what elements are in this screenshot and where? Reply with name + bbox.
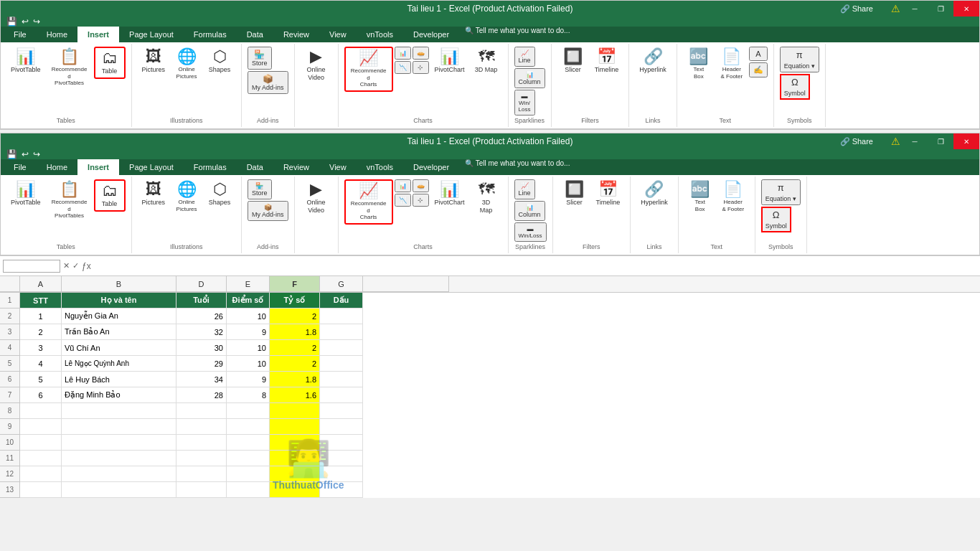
online-video-btn-2[interactable]: ▶ OnlineVideo [301,179,332,217]
cell-f13[interactable] [270,482,320,498]
cell-e3[interactable]: 9 [227,324,270,340]
tab-developer-2[interactable]: Developer [403,159,459,175]
restore-btn-1[interactable]: ❐ [928,1,953,17]
tab-vntools-1[interactable]: vnTools [357,27,403,42]
tab-review-1[interactable]: Review [273,27,319,42]
shapes-btn-1[interactable]: ⬡ Shapes [204,47,235,76]
cell-b9[interactable] [62,419,176,435]
tab-data-2[interactable]: Data [237,159,273,175]
cell-e6[interactable]: 9 [227,372,270,387]
online-pictures-btn-2[interactable]: 🌐 OnlinePictures [171,179,202,215]
cell-b5[interactable]: Lê Ngọc Quỳnh Anh [62,356,176,372]
bar-chart-btn-2[interactable]: 📊 [395,179,411,192]
cell-a6[interactable]: 5 [20,372,62,387]
online-video-btn-1[interactable]: ▶ OnlineVideo [301,47,332,84]
cell-f8[interactable] [270,403,320,419]
header-footer-btn-2[interactable]: 📄 Header& Footer [717,179,749,215]
cell-a13[interactable] [20,482,62,498]
cell-g8[interactable] [320,403,363,419]
recommended-pivottables-btn-1[interactable]: 📋 RecommendedPivotTables [47,47,93,89]
cell-f4[interactable]: 2 [270,340,320,356]
share-button-2[interactable]: 🔗 Share [840,137,873,146]
cell-g6[interactable] [320,372,363,387]
cell-a1[interactable]: STT [20,293,62,309]
cell-b11[interactable] [62,451,176,466]
cell-d11[interactable] [176,451,227,466]
tab-review-2[interactable]: Review [273,159,319,175]
recommended-charts-btn-1[interactable]: 📈 RecommendedCharts [344,47,393,92]
cell-g5[interactable] [320,356,363,372]
cell-a4[interactable]: 3 [20,340,62,356]
line-chart-btn-1[interactable]: 📉 [395,61,411,74]
signature-btn-1[interactable]: ✍ [749,62,768,77]
cancel-formula-icon[interactable]: ✕ [63,261,70,271]
cell-f5[interactable]: 2 [270,356,320,372]
cell-g4[interactable] [320,340,363,356]
confirm-formula-icon[interactable]: ✓ [72,261,79,271]
select-all[interactable] [0,276,20,292]
tab-home-1[interactable]: Home [37,27,77,42]
cell-d13[interactable] [176,482,227,498]
cell-b7[interactable]: Đặng Minh Bảo [62,387,176,403]
pivot-table-btn-1[interactable]: 📊 PivotTable [6,47,45,76]
restore-btn-2[interactable]: ❐ [928,133,953,149]
scatter-chart-btn-2[interactable]: ⊹ [413,194,429,207]
cell-b2[interactable]: Nguyễn Gia An [62,309,176,324]
cell-e1[interactable]: Điểm số [227,293,270,309]
cell-f11[interactable] [270,451,320,466]
cell-g11[interactable] [320,451,363,466]
line-sparkline-btn-1[interactable]: 📈Line [514,47,535,67]
hyperlink-btn-2[interactable]: 🔗 Hyperlink [636,179,672,209]
tab-pagelayout-1[interactable]: Page Layout [119,27,184,42]
my-addins-btn-2[interactable]: 📦My Add-ins [248,201,288,221]
wordart-btn-1[interactable]: A [749,47,768,61]
cell-d9[interactable] [176,419,227,435]
equation-btn-1[interactable]: π Equation ▾ [780,47,819,72]
tell-me-1[interactable]: 🔍 Tell me what you want to do... [465,27,570,42]
shapes-btn-2[interactable]: ⬡ Shapes [204,179,235,209]
slicer-btn-1[interactable]: 🔲 Slicer [557,47,589,76]
symbol-btn-1[interactable]: Ω Symbol [780,74,810,100]
equation-btn-2[interactable]: π Equation ▾ [761,179,801,205]
cell-a11[interactable] [20,451,62,466]
cell-g13[interactable] [320,482,363,498]
pictures-btn-2[interactable]: 🖼 Pictures [138,179,170,209]
cell-d10[interactable] [176,435,227,451]
pivot-chart-btn-1[interactable]: 📊 PivotChart [430,47,469,76]
close-btn-2[interactable]: ✕ [953,133,979,149]
cell-d1[interactable]: Tuổi [176,293,227,309]
cell-g3[interactable] [320,324,363,340]
cell-e13[interactable] [227,482,270,498]
cell-a7[interactable]: 6 [20,387,62,403]
cell-e12[interactable] [227,466,270,482]
tab-vntools-2[interactable]: vnTools [357,159,403,175]
cell-e9[interactable] [227,419,270,435]
textbox-btn-2[interactable]: 🔤 TextBox [684,179,716,215]
redo-icon-2[interactable]: ↪ [33,149,40,159]
tab-file-2[interactable]: File [4,159,37,175]
3d-map-btn-1[interactable]: 🗺 3D Map [471,47,502,76]
recommended-pivottables-btn-2[interactable]: 📋 RecommendedPivotTables [47,179,93,222]
scatter-chart-btn-1[interactable]: ⊹ [413,61,429,74]
cell-a10[interactable] [20,435,62,451]
cell-b6[interactable]: Lê Huy Bách [62,372,176,387]
line-sparkline-btn-2[interactable]: 📈Line [514,179,535,199]
cell-d5[interactable]: 29 [176,356,227,372]
cell-b8[interactable] [62,403,176,419]
cell-b1[interactable]: Họ và tên [62,293,176,309]
timeline-btn-1[interactable]: 📅 Timeline [590,47,623,76]
close-btn-1[interactable]: ✕ [953,1,979,17]
undo-icon-2[interactable]: ↩ [22,149,29,159]
cell-f12[interactable] [270,466,320,482]
slicer-btn-2[interactable]: 🔲 Slicer [559,179,590,209]
table-btn-2[interactable]: 🗂 Table [94,179,126,212]
cell-e11[interactable] [227,451,270,466]
online-pictures-btn-1[interactable]: 🌐 OnlinePictures [171,47,202,82]
cell-a5[interactable]: 4 [20,356,62,372]
tab-data-1[interactable]: Data [237,27,273,42]
pivot-chart-btn-2[interactable]: 📊 PivotChart [430,179,469,209]
cell-f10[interactable] [270,435,320,451]
cell-e7[interactable]: 8 [227,387,270,403]
cell-b12[interactable] [62,466,176,482]
cell-a3[interactable]: 2 [20,324,62,340]
